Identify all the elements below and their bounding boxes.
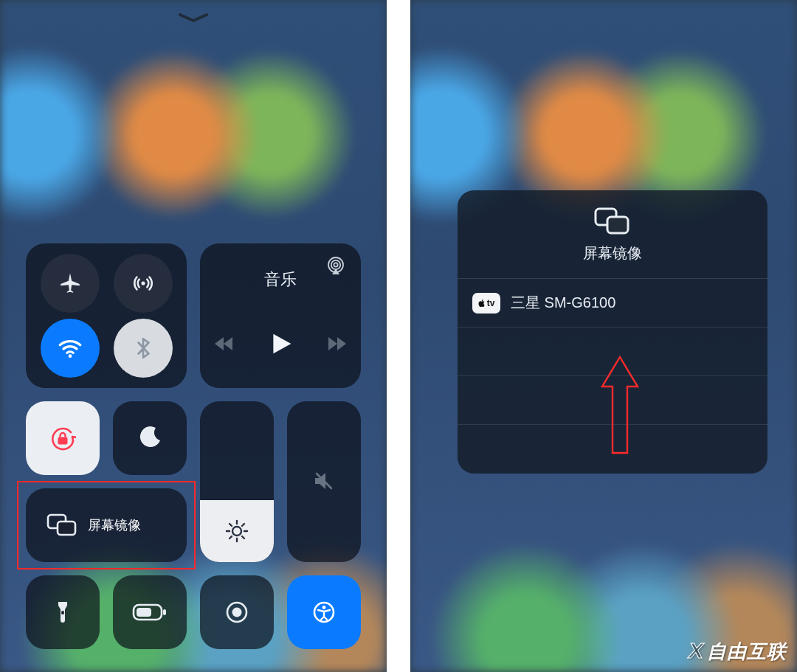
control-center: 音乐 bbox=[26, 243, 361, 649]
orientation-lock-toggle[interactable] bbox=[26, 401, 100, 475]
cellular-antenna-icon bbox=[131, 271, 156, 296]
svg-point-14 bbox=[232, 608, 242, 617]
device-list: tv 三星 SM-G6100 bbox=[458, 279, 767, 474]
screen-mirroring-label: 屏幕镜像 bbox=[88, 516, 141, 534]
media-title: 音乐 bbox=[264, 269, 297, 291]
airplay-audio-icon bbox=[325, 255, 346, 276]
orientation-lock-icon bbox=[49, 425, 76, 451]
svg-rect-12 bbox=[137, 608, 151, 617]
appletv-badge-icon: tv bbox=[472, 293, 500, 314]
screen-record-icon bbox=[224, 600, 249, 625]
do-not-disturb-toggle[interactable] bbox=[113, 401, 187, 475]
bluetooth-icon bbox=[131, 336, 156, 361]
accessibility-shortcut-button[interactable] bbox=[287, 575, 361, 649]
brightness-icon bbox=[225, 519, 249, 543]
svg-point-8 bbox=[232, 527, 241, 536]
wifi-toggle[interactable] bbox=[41, 319, 100, 378]
svg-rect-11 bbox=[163, 609, 166, 615]
media-player-tile[interactable]: 音乐 bbox=[200, 243, 361, 388]
cellular-data-toggle[interactable] bbox=[114, 254, 173, 313]
flashlight-icon bbox=[50, 600, 75, 625]
next-track-button[interactable] bbox=[326, 333, 348, 358]
control-center-pane: 音乐 bbox=[0, 0, 387, 672]
accessibility-icon bbox=[311, 600, 337, 625]
flashlight-button[interactable] bbox=[26, 575, 100, 649]
airplane-mode-toggle[interactable] bbox=[41, 254, 100, 313]
screen-mirroring-button[interactable]: 屏幕镜像 bbox=[26, 488, 187, 562]
airplay-audio-button[interactable] bbox=[325, 255, 346, 276]
svg-rect-5 bbox=[58, 437, 68, 445]
device-slot-empty bbox=[458, 376, 767, 425]
screen-mirror-icon bbox=[593, 207, 632, 236]
play-button[interactable] bbox=[267, 330, 294, 360]
play-icon bbox=[267, 330, 294, 357]
connectivity-group[interactable] bbox=[26, 243, 187, 388]
low-power-mode-button[interactable] bbox=[113, 575, 187, 649]
next-icon bbox=[326, 333, 348, 355]
prev-track-button[interactable] bbox=[213, 333, 235, 358]
screen-mirroring-popup: 屏幕镜像 tv 三星 SM-G6100 bbox=[458, 190, 767, 474]
airplane-icon bbox=[58, 271, 83, 296]
media-controls bbox=[200, 330, 361, 360]
svg-point-3 bbox=[331, 260, 340, 269]
mirror-device-item[interactable]: tv 三星 SM-G6100 bbox=[458, 279, 767, 328]
wifi-icon bbox=[58, 336, 83, 361]
popup-header: 屏幕镜像 bbox=[458, 190, 767, 279]
brightness-slider[interactable] bbox=[200, 401, 274, 562]
svg-point-0 bbox=[141, 281, 145, 285]
do-not-disturb-icon bbox=[137, 426, 162, 451]
popup-title: 屏幕镜像 bbox=[458, 243, 767, 263]
mute-icon bbox=[312, 469, 336, 493]
screen-mirror-icon bbox=[46, 512, 77, 538]
svg-rect-18 bbox=[607, 217, 628, 233]
device-slot-empty bbox=[458, 425, 767, 474]
prev-icon bbox=[213, 333, 235, 355]
control-center-grabber[interactable] bbox=[177, 13, 210, 24]
watermark: X自由互联 bbox=[689, 638, 787, 665]
svg-point-1 bbox=[68, 354, 72, 358]
device-name: 三星 SM-G6100 bbox=[511, 293, 615, 313]
mirror-popup-pane: 屏幕镜像 tv 三星 SM-G6100 X自由互联 bbox=[410, 0, 797, 672]
pane-divider bbox=[387, 0, 410, 672]
svg-point-16 bbox=[322, 606, 326, 609]
low-power-icon bbox=[132, 602, 168, 623]
svg-rect-7 bbox=[58, 522, 75, 535]
bluetooth-toggle[interactable] bbox=[114, 319, 173, 378]
device-slot-empty bbox=[458, 328, 767, 376]
volume-slider[interactable] bbox=[287, 401, 361, 562]
svg-rect-9 bbox=[61, 611, 64, 614]
svg-point-4 bbox=[334, 263, 337, 266]
screen-record-button[interactable] bbox=[200, 575, 274, 649]
